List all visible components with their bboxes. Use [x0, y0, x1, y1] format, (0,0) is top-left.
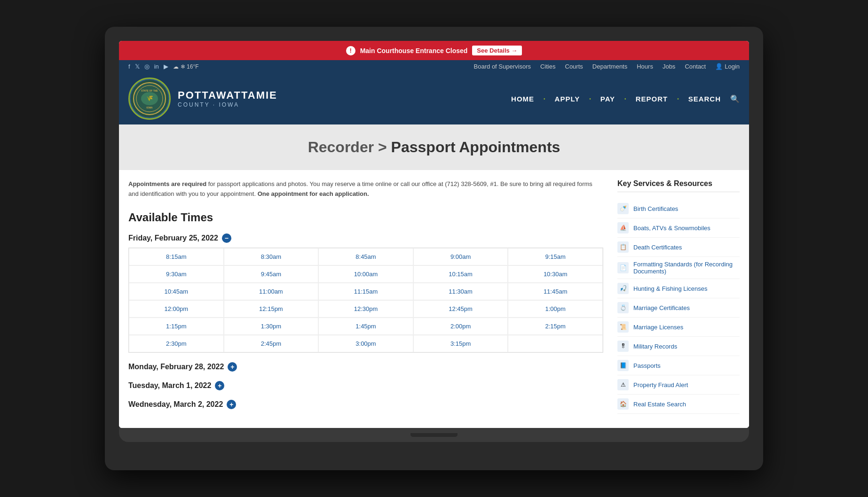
time-slot[interactable]: 10:30am — [508, 265, 603, 283]
time-slot[interactable]: 1:45pm — [318, 318, 413, 335]
intro-bold: One appointment for each application. — [256, 190, 369, 197]
utility-right: Board of Supervisors Cities Courts Depar… — [474, 63, 740, 70]
time-slot[interactable]: 11:15am — [318, 283, 413, 300]
time-slot[interactable]: 9:00am — [413, 248, 508, 265]
time-slot[interactable]: 9:45am — [224, 265, 319, 283]
alert-message: Main Courthouse Entrance Closed — [360, 47, 468, 54]
utility-left: f 𝕏 ◎ in ▶ ☁ ❄ 16°F — [128, 63, 199, 70]
sidebar-item-military[interactable]: 🎖 Military Records — [617, 337, 740, 356]
day-section-tuesday: Tuesday, March 1, 2022 + — [128, 381, 603, 390]
sidebar-item-passports[interactable]: 📘 Passports — [617, 356, 740, 375]
nav-departments[interactable]: Departments — [592, 63, 627, 70]
sidebar-item-marriage-license[interactable]: 📜 Marriage Licenses — [617, 318, 740, 337]
nav-hours[interactable]: Hours — [637, 63, 653, 70]
alert-link[interactable]: See Details → — [472, 46, 522, 55]
death-cert-label: Death Certificates — [633, 244, 682, 251]
youtube-icon[interactable]: ▶ — [164, 63, 168, 70]
time-slot[interactable]: 12:15pm — [224, 300, 319, 318]
day-section-monday: Monday, February 28, 2022 + — [128, 362, 603, 372]
breadcrumb: Recorder > — [308, 139, 387, 155]
nav-contact[interactable]: Contact — [685, 63, 706, 70]
twitter-icon[interactable]: 𝕏 — [135, 63, 140, 70]
time-slot[interactable]: 11:45am — [508, 283, 603, 300]
time-slot[interactable]: 11:00am — [224, 283, 319, 300]
day-toggle-tuesday[interactable]: + — [215, 381, 224, 390]
day-label-tuesday: Tuesday, March 1, 2022 — [128, 381, 211, 390]
day-label-wednesday: Wednesday, March 2, 2022 — [128, 400, 223, 409]
sidebar: Key Services & Resources 🍼 Birth Certifi… — [617, 179, 740, 419]
passports-icon: 📘 — [617, 360, 629, 371]
sidebar-item-birth-certificates[interactable]: 🍼 Birth Certificates — [617, 199, 740, 218]
time-slot[interactable]: 12:00pm — [129, 300, 224, 318]
fraud-icon: ⚠ — [617, 379, 629, 390]
time-slot[interactable]: 10:00am — [318, 265, 413, 283]
time-slot[interactable]: 2:00pm — [413, 318, 508, 335]
logo-area: STATE OF THE IOWA 🌾 POTTAWATTAMIE COUNTY… — [128, 78, 277, 120]
facebook-icon[interactable]: f — [128, 63, 130, 70]
time-slot[interactable]: 11:30am — [413, 283, 508, 300]
main-content: Appointments are required for passport a… — [119, 170, 749, 428]
time-slot[interactable]: 2:15pm — [508, 318, 603, 335]
time-slot[interactable]: 3:15pm — [413, 335, 508, 352]
linkedin-icon[interactable]: in — [154, 63, 159, 70]
fraud-label: Property Fraud Alert — [633, 381, 688, 388]
real-estate-label: Real Estate Search — [633, 401, 686, 408]
sidebar-item-real-estate[interactable]: 🏠 Real Estate Search — [617, 395, 740, 414]
marriage-lic-icon: 📜 — [617, 321, 629, 333]
time-slot[interactable]: 8:45am — [318, 248, 413, 265]
real-estate-icon: 🏠 — [617, 398, 629, 410]
nav-pay[interactable]: PAY — [600, 95, 615, 103]
instagram-icon[interactable]: ◎ — [144, 63, 150, 70]
nav-dot-3: • — [624, 96, 626, 101]
sidebar-item-marriage-cert[interactable]: 💍 Marriage Certificates — [617, 298, 740, 318]
nav-home[interactable]: HOME — [511, 95, 534, 103]
intro-required: Appointments are required — [128, 180, 206, 187]
day-section-friday: Friday, February 25, 2022 − 8:15am 8:30a… — [128, 233, 603, 353]
day-toggle-wednesday[interactable]: + — [227, 400, 236, 409]
boats-icon: ⛵ — [617, 222, 629, 233]
time-slot[interactable]: 9:15am — [508, 248, 603, 265]
page-title-area: Recorder > Passport Appointments — [119, 124, 749, 170]
nav-apply[interactable]: APPLY — [555, 95, 580, 103]
sidebar-item-hunting-fishing[interactable]: 🎣 Hunting & Fishing Licenses — [617, 279, 740, 298]
hunting-icon: 🎣 — [617, 283, 629, 294]
sidebar-item-formatting[interactable]: 📄 Formatting Standards (for Recording Do… — [617, 257, 740, 279]
time-slot[interactable]: 2:30pm — [129, 335, 224, 352]
time-slot[interactable]: 3:00pm — [318, 335, 413, 352]
time-grid-friday: 8:15am 8:30am 8:45am 9:00am 9:15am 9:30a… — [128, 248, 603, 353]
sidebar-item-death-certificates[interactable]: 📋 Death Certificates — [617, 238, 740, 257]
login-button[interactable]: 👤 Login — [715, 63, 740, 70]
nav-report[interactable]: REPORT — [636, 95, 668, 103]
nav-jobs[interactable]: Jobs — [663, 63, 675, 70]
day-toggle-monday[interactable]: + — [228, 362, 237, 372]
time-slot[interactable]: 10:45am — [129, 283, 224, 300]
content-area: Appointments are required for passport a… — [128, 179, 617, 419]
weather-display: ☁ ❄ 16°F — [173, 63, 199, 70]
svg-text:STATE OF THE: STATE OF THE — [141, 89, 158, 92]
time-slot[interactable]: 12:30pm — [318, 300, 413, 318]
nav-board-of-supervisors[interactable]: Board of Supervisors — [474, 63, 531, 70]
nav-courts[interactable]: Courts — [565, 63, 583, 70]
time-slot[interactable]: 1:00pm — [508, 300, 603, 318]
death-cert-icon: 📋 — [617, 241, 629, 253]
county-sub-title: COUNTY · IOWA — [178, 101, 277, 108]
day-toggle-friday[interactable]: − — [222, 233, 231, 243]
nav-cities[interactable]: Cities — [540, 63, 556, 70]
time-slot[interactable]: 9:30am — [129, 265, 224, 283]
time-slot[interactable]: 12:45pm — [413, 300, 508, 318]
time-slot[interactable]: 1:15pm — [129, 318, 224, 335]
time-slot[interactable]: 2:45pm — [224, 335, 319, 352]
nav-dot-4: • — [677, 96, 679, 101]
available-times-title: Available Times — [128, 211, 603, 224]
time-slot[interactable]: 8:30am — [224, 248, 319, 265]
sidebar-item-boats[interactable]: ⛵ Boats, ATVs & Snowmobiles — [617, 218, 740, 238]
intro-paragraph: Appointments are required for passport a… — [128, 179, 603, 199]
marriage-lic-label: Marriage Licenses — [633, 324, 683, 331]
time-slot[interactable]: 10:15am — [413, 265, 508, 283]
nav-search[interactable]: SEARCH — [688, 95, 721, 103]
sidebar-item-fraud-alert[interactable]: ⚠ Property Fraud Alert — [617, 375, 740, 395]
search-icon[interactable]: 🔍 — [730, 94, 740, 103]
military-label: Military Records — [633, 343, 677, 350]
time-slot[interactable]: 1:30pm — [224, 318, 319, 335]
time-slot[interactable]: 8:15am — [129, 248, 224, 265]
